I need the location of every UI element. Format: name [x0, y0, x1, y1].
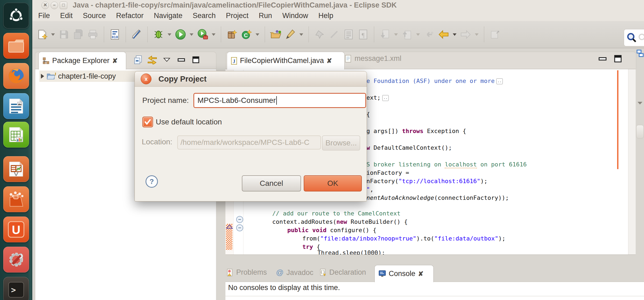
system-settings-icon[interactable] — [3, 247, 29, 273]
location-input: /home/mark/workspace/MPCS-Lab6-C — [177, 135, 321, 149]
ubuntu-one-icon[interactable]: U — [3, 217, 29, 242]
console-content: No consoles to display at this time. — [225, 282, 644, 300]
project-name-input[interactable]: MPCS-Lab6-Consumer — [193, 93, 366, 108]
menu-item-help[interactable]: Help — [318, 12, 333, 20]
window-titlebar: ✕ – □ Java - chapter1-file-copy/src/main… — [32, 0, 644, 11]
firefox-icon[interactable] — [3, 63, 29, 89]
expand-arrow-icon[interactable] — [41, 74, 44, 79]
run-external-tools-dropdown[interactable] — [212, 33, 215, 36]
minimize-view-icon[interactable] — [176, 54, 187, 65]
svg-text:010: 010 — [112, 35, 118, 39]
window-close-button[interactable]: ✕ — [41, 2, 49, 9]
binary-content-icon[interactable]: 010 — [109, 29, 121, 40]
restore-views-icon[interactable] — [636, 50, 644, 58]
use-default-location-label[interactable]: Use default location — [156, 118, 222, 126]
back-dropdown[interactable] — [453, 33, 457, 36]
record-icon[interactable] — [284, 29, 296, 40]
menu-item-file[interactable]: File — [38, 12, 50, 20]
problems-tab-label: Problems — [236, 268, 267, 277]
debug-dropdown[interactable] — [168, 33, 171, 36]
libreoffice-impress-icon[interactable] — [3, 156, 29, 182]
toolbar-search-box[interactable] — [624, 29, 644, 46]
collapse-all-icon[interactable] — [132, 54, 143, 65]
files-icon[interactable] — [3, 33, 29, 59]
search-icon-secondary — [638, 33, 644, 43]
window-maximize-button[interactable]: □ — [60, 2, 67, 9]
console-tab-label: Console — [389, 270, 415, 278]
main-toolbar: 010 C ¶ — [32, 21, 644, 48]
svg-text:¶: ¶ — [362, 32, 365, 39]
console-tab-close-icon[interactable]: ✘ — [418, 270, 423, 278]
trim-handle[interactable] — [636, 125, 644, 138]
new-class-icon[interactable]: C — [240, 29, 252, 40]
use-default-location-checkbox[interactable] — [142, 117, 153, 127]
maximize-view-icon[interactable] — [190, 54, 201, 65]
menu-item-edit[interactable]: Edit — [60, 12, 73, 20]
text-cursor — [276, 96, 277, 105]
debug-icon[interactable] — [153, 29, 164, 40]
tab-javadoc[interactable]: @ Javadoc — [276, 268, 313, 277]
menu-item-run[interactable]: Run — [259, 12, 272, 20]
back-icon[interactable] — [438, 29, 450, 40]
code-line: from("file:data/inbox?noop=true").to("fi… — [302, 235, 505, 242]
package-explorer-toolbar — [132, 54, 201, 65]
project-name-label: Project name: — [142, 96, 189, 105]
view-menu-icon[interactable] — [161, 54, 172, 65]
menu-item-source[interactable]: Source — [83, 12, 106, 20]
tab-problems[interactable]: Problems — [227, 268, 267, 277]
location-label: Location: — [142, 138, 172, 146]
code-line: w DefaultCamelContext(); — [366, 144, 452, 151]
mark-occurrences-icon[interactable] — [131, 29, 143, 40]
tab-declaration[interactable]: {} Declaration — [320, 268, 366, 277]
dialog-close-button[interactable]: x — [141, 74, 151, 84]
ubuntu-software-center-icon[interactable] — [3, 186, 29, 212]
window-minimize-button[interactable]: – — [51, 2, 58, 9]
libreoffice-writer-icon[interactable] — [3, 93, 29, 119]
terminal-icon[interactable]: > — [3, 277, 29, 300]
run-icon[interactable] — [175, 29, 186, 40]
menu-item-project[interactable]: Project — [226, 12, 249, 20]
maximize-editor-icon[interactable] — [614, 55, 622, 62]
editor-minmax-controls — [599, 55, 622, 62]
tab-message1-xml[interactable]: message1.xml — [345, 54, 401, 63]
spare-icon — [328, 29, 340, 40]
package-explorer-icon — [43, 57, 49, 65]
tab-filecopierwithcamel[interactable]: J FileCopierWithCamel.java ✘ — [227, 52, 345, 69]
code-line: Thread.sleep(1000); — [317, 249, 385, 255]
new-java-project-icon[interactable] — [226, 29, 238, 40]
svg-text:J: J — [54, 72, 56, 76]
menu-item-refactor[interactable]: Refactor — [116, 12, 144, 20]
run-external-tools-icon[interactable] — [197, 29, 208, 40]
menu-item-window[interactable]: Window — [282, 12, 308, 20]
help-button[interactable]: ? — [146, 175, 158, 188]
minimize-editor-icon[interactable] — [599, 57, 607, 61]
trim-dropdown-icon[interactable] — [637, 101, 643, 105]
code-line: nentAutoAcknowledge(connectionFactory)); — [366, 194, 509, 201]
new-class-dropdown[interactable] — [256, 33, 259, 36]
ok-button[interactable]: OK — [304, 175, 362, 191]
editor-tab-close-icon[interactable]: ✘ — [327, 57, 332, 65]
link-with-editor-icon[interactable] — [147, 54, 158, 65]
cancel-button[interactable]: Cancel — [242, 175, 301, 191]
editor-tab-label: message1.xml — [355, 54, 401, 63]
toolbar-separator — [484, 27, 484, 42]
xml-file-icon — [345, 55, 351, 63]
dash-home-icon[interactable] — [3, 3, 29, 29]
tree-item-label: chapter1-file-copy — [58, 72, 116, 81]
new-wizard-dropdown[interactable] — [51, 33, 55, 36]
menu-item-navigate[interactable]: Navigate — [154, 12, 183, 20]
record-dropdown[interactable] — [299, 33, 303, 36]
code-line: context.addRoutes(new RouteBuilder() { — [272, 218, 408, 225]
new-wizard-icon[interactable] — [36, 29, 48, 40]
run-dropdown[interactable] — [190, 33, 193, 36]
tab-console[interactable]: Console ✘ — [374, 265, 434, 282]
open-resource-icon[interactable] — [270, 29, 282, 40]
svg-text:J: J — [233, 58, 235, 64]
package-explorer-close-icon[interactable]: ✘ — [112, 57, 118, 65]
last-edit-location-icon — [423, 29, 435, 40]
libreoffice-calc-icon[interactable] — [3, 122, 29, 148]
tab-package-explorer[interactable]: Package Explorer ✘ — [38, 52, 126, 69]
forward-dropdown — [475, 33, 479, 36]
menu-item-search[interactable]: Search — [193, 12, 216, 20]
editor-scrollbar[interactable] — [628, 69, 636, 254]
